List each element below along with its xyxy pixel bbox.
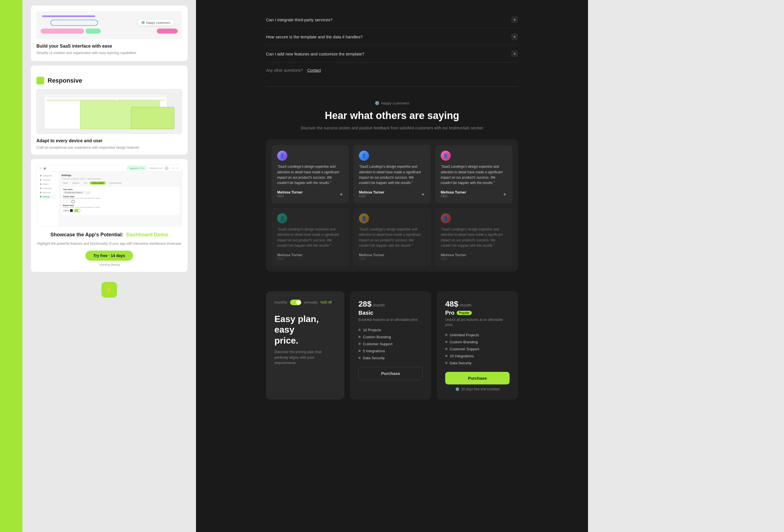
- badge-icon: ⚙️: [375, 101, 380, 105]
- feature-dot-1: [358, 329, 361, 331]
- testimonial-role-3: CEO: [441, 194, 466, 198]
- pricing-toggle[interactable]: [290, 300, 301, 305]
- pro-features-list: Unlimited Projects Custom Branding Custo…: [445, 333, 510, 365]
- pro-period: /month: [459, 303, 472, 307]
- left-green-accent: [0, 0, 22, 532]
- testimonial-name-4: Melissa Turner: [277, 253, 303, 257]
- faq-footer-text: Any other questions?: [266, 68, 303, 73]
- testimonial-avatar-4: 👤: [277, 213, 287, 223]
- pricing-toggle-row: monthly annually %20 off: [274, 300, 336, 305]
- try-free-button[interactable]: Try free · 14 days: [85, 251, 133, 261]
- dash-sidebar-settings[interactable]: Settings: [39, 195, 57, 198]
- pro-purchase-button[interactable]: Purchase: [445, 372, 510, 385]
- device-mobile: [131, 107, 174, 129]
- pro-price-row: 48$ /month: [445, 300, 510, 309]
- starting-note: *starting dasing: [36, 263, 182, 266]
- basic-plan-desc: Essential features at an affordable pric…: [358, 317, 423, 322]
- testimonial-role-1: CEO: [277, 194, 303, 198]
- pro-feature-3: Customer Support: [445, 347, 510, 351]
- dashboard-desc: Highlight the powerful features and func…: [36, 241, 182, 246]
- testimonial-role-6: CEO: [441, 257, 466, 260]
- green-square-icon: [36, 77, 44, 85]
- dash-tab-info[interactable]: Info: [82, 181, 89, 185]
- pro-plan-desc: Unlock all pro features at an affordable…: [445, 317, 510, 327]
- responsive-title: Responsive: [48, 77, 82, 84]
- toggle-annually-label: annually: [304, 300, 317, 304]
- faq-item-3[interactable]: Can I add new features and customize the…: [266, 45, 518, 62]
- testimonials-title: Hear what others are saying: [266, 110, 518, 121]
- pro-trial-note: ⚙️ 30 days free trial included: [445, 387, 510, 391]
- faq-item-1[interactable]: Can I integrate third-party services? +: [266, 11, 518, 28]
- testimonial-footer-4: Melissa Turner CEO: [277, 253, 343, 260]
- testimonial-footer-5: Melissa Turner CEO: [359, 253, 425, 260]
- basic-feature-1: 10 Projects: [358, 328, 423, 332]
- toggle-monthly-label: monthly: [274, 300, 287, 304]
- testimonial-avatar-3: 👤: [441, 151, 451, 161]
- testimonial-text-6: "SaaS Landings's design expertise and at…: [441, 227, 507, 248]
- testimonial-name-6: Melissa Turner: [441, 253, 466, 257]
- feature-dot-5: [358, 357, 361, 359]
- faq-expand-1[interactable]: +: [511, 16, 518, 23]
- dash-tab-customization[interactable]: Customization: [90, 181, 106, 185]
- testimonial-card-3: 👤 "SaaS Landings's design expertise and …: [435, 145, 512, 203]
- basic-plan-name: Basic: [358, 310, 423, 316]
- dash-tab-customdomain[interactable]: Customdomain: [107, 181, 123, 185]
- pro-plan-badge: Popular: [457, 311, 472, 315]
- dash-main: Settings Track your products, active or …: [59, 172, 182, 226]
- dash-upgrade-btn[interactable]: Upgrade to Pro: [127, 166, 146, 170]
- testimonial-avatar-6: 👤: [441, 213, 451, 223]
- testimonial-footer-2: Melissa Turner CEO ✦: [359, 190, 425, 198]
- basic-price-row: 28$ /month: [358, 300, 423, 309]
- testimonial-name-5: Melissa Turner: [359, 253, 385, 257]
- testimonial-footer-6: Melissa Turner CEO: [441, 253, 507, 260]
- saas-desc: Simplify UI creation and organization wi…: [36, 50, 182, 55]
- testimonial-role-2: CEO: [359, 194, 385, 198]
- faq-expand-2[interactable]: +: [511, 33, 518, 40]
- pricing-easy-card: monthly annually %20 off Easy plan, easy…: [266, 291, 344, 399]
- testimonial-card-6: 👤 "SaaS Landings's design expertise and …: [435, 208, 512, 266]
- testimonial-text-3: "SaaS Landings's design expertise and at…: [441, 164, 507, 186]
- testimonial-text-4: "SaaS Landings's design expertise and at…: [277, 227, 343, 248]
- dash-tab-store[interactable]: Store: [61, 181, 69, 185]
- section-badge: ⚙️ Happy customers: [266, 101, 518, 105]
- happy-customers-badge: ⚙️ Happy customers: [138, 20, 174, 26]
- pricing-pro-card: 48$ /month Pro Popular Unlock all pro fe…: [437, 291, 518, 399]
- easy-plan-title: Easy plan, easyprice.: [274, 314, 336, 346]
- faq-expand-3[interactable]: +: [511, 50, 518, 57]
- trial-icon: ⚙️: [455, 387, 459, 391]
- dash-sidebar-categories[interactable]: Categories: [39, 174, 57, 177]
- saas-diagram: ⚙️ Happy customers: [36, 11, 182, 39]
- bolt-icon: ⚡: [101, 282, 117, 298]
- dash-sidebar-customers[interactable]: Customers: [39, 187, 57, 190]
- right-panel: Can I integrate third-party services? + …: [196, 0, 588, 532]
- pro-feature-dot-3: [445, 348, 447, 350]
- dash-sidebar-discounts[interactable]: Discounts: [39, 191, 57, 194]
- toggle-knob: [296, 300, 301, 305]
- dashboard-title-static: Showcase the App's Potential:: [50, 232, 123, 237]
- feature-dot-3: [358, 343, 361, 345]
- dash-sidebar-products[interactable]: Products: [39, 178, 57, 182]
- testimonial-card-5: 👤 "SaaS Landings's design expertise and …: [353, 208, 431, 266]
- dash-topbar: 🔊 Upgrade to Pro hijalicok.com: [37, 165, 182, 172]
- dash-main-title: Settings: [61, 174, 179, 177]
- dashboard-section: 🔊 Upgrade to Pro hijalicok.com Ca: [31, 159, 188, 272]
- faq-item-2[interactable]: How secure is the template and the data …: [266, 28, 518, 45]
- basic-features-list: 10 Projects Custom Branding Customer Sup…: [358, 328, 423, 360]
- testimonial-logo-1: ✦: [339, 192, 343, 198]
- testimonials-grid: 👤 "SaaS Landings's design expertise and …: [266, 139, 518, 272]
- testimonial-logo-3: ✦: [503, 192, 507, 198]
- bolt-icon-container: ⚡: [31, 282, 188, 298]
- dash-url: hijalicok.com: [149, 167, 162, 169]
- dash-sidebar-orders[interactable]: Orders: [39, 182, 57, 186]
- faq-question-3: Can I add new features and customize the…: [266, 52, 364, 56]
- pro-feature-dot-2: [445, 341, 447, 343]
- dash-tab-address[interactable]: Address: [71, 181, 81, 185]
- pro-feature-dot-4: [445, 355, 447, 357]
- badge-text: Happy customers: [381, 101, 409, 105]
- saas-title: Build your SaaS interface with ease: [36, 44, 182, 49]
- dashboard-title-highlight: Dashboard Demo: [126, 232, 168, 237]
- basic-feature-5: Data Security: [358, 356, 423, 360]
- faq-contact-link[interactable]: Contact: [307, 68, 321, 73]
- testimonial-role-4: CEO: [277, 257, 303, 260]
- basic-purchase-button[interactable]: Purchase: [358, 367, 423, 380]
